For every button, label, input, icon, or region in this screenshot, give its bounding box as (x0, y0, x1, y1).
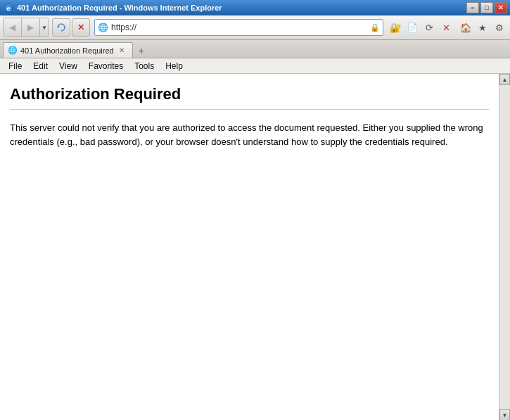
stop-nav-button[interactable]: ✕ (438, 20, 454, 35)
right-nav-icons: 🏠 ★ ⚙ (458, 20, 507, 35)
new-tab-button[interactable]: + (134, 44, 148, 58)
toolbar: ◀ ▶ ▼ ✕ 🌐 https:// 🔒 🔐 📄 ⟳ ✕ (0, 15, 510, 40)
menu-tools[interactable]: Tools (129, 58, 160, 73)
lock-icon: 🔒 (370, 23, 380, 32)
menu-file[interactable]: File (3, 58, 27, 73)
tab-bar: 🌐 401 Authorization Required ✕ + (0, 40, 510, 58)
address-favicon: 🌐 (98, 23, 108, 32)
title-bar: e 401 Authorization Required - Windows I… (0, 0, 510, 15)
back-forward-group: ◀ ▶ ▼ (3, 18, 49, 37)
nav-icon-group: 🔐 📄 ⟳ ✕ (388, 20, 454, 35)
favorites-star-button[interactable]: ★ (475, 20, 490, 35)
home-button[interactable]: 🏠 (458, 20, 473, 35)
address-bar[interactable]: 🌐 https:// 🔒 (94, 19, 383, 36)
svg-text:e: e (6, 5, 10, 12)
close-button[interactable]: ✕ (495, 2, 507, 13)
tab-favicon: 🌐 (8, 46, 18, 55)
svg-marker-2 (58, 25, 60, 28)
menu-help[interactable]: Help (160, 58, 189, 73)
certificate-button[interactable]: 🔐 (388, 20, 403, 35)
menu-view[interactable]: View (53, 58, 83, 73)
refresh-button[interactable] (52, 18, 70, 37)
settings-button[interactable]: ⚙ (492, 20, 507, 35)
back-dropdown[interactable]: ▼ (40, 18, 49, 37)
page-button[interactable]: 📄 (404, 20, 420, 35)
minimize-button[interactable]: − (466, 2, 479, 13)
scroll-track[interactable] (499, 85, 510, 409)
scroll-up-button[interactable]: ▲ (499, 74, 510, 85)
menu-favorites[interactable]: Favorites (83, 58, 129, 73)
tab-close-button[interactable]: ✕ (117, 46, 127, 56)
page-content: Authorization Required This server could… (0, 74, 499, 420)
content-area: Authorization Required This server could… (0, 74, 510, 420)
window-title: 401 Authorization Required - Windows Int… (17, 4, 466, 12)
window-icon: e (3, 2, 14, 13)
page-body-text: This server could not verify that you ar… (10, 121, 489, 148)
forward-button[interactable]: ▶ (22, 18, 40, 37)
tab-title: 401 Authorization Required (20, 46, 114, 55)
refresh-nav-button[interactable]: ⟳ (421, 20, 437, 35)
page-heading: Authorization Required (10, 85, 489, 110)
scroll-down-button[interactable]: ▼ (499, 409, 510, 420)
active-tab[interactable]: 🌐 401 Authorization Required ✕ (3, 42, 133, 58)
maximize-button[interactable]: □ (480, 2, 493, 13)
address-search-area: 🔒 (370, 23, 380, 32)
scrollbar[interactable]: ▲ ▼ (499, 74, 510, 420)
menu-bar: File Edit View Favorites Tools Help (0, 58, 510, 74)
nav-bar: ◀ ▶ ▼ ✕ 🌐 https:// 🔒 🔐 📄 ⟳ ✕ (3, 17, 507, 38)
window-controls: − □ ✕ (466, 2, 507, 13)
stop-button[interactable]: ✕ (72, 18, 90, 37)
address-text: https:// (111, 23, 370, 32)
menu-edit[interactable]: Edit (27, 58, 53, 73)
back-button[interactable]: ◀ (4, 18, 22, 37)
